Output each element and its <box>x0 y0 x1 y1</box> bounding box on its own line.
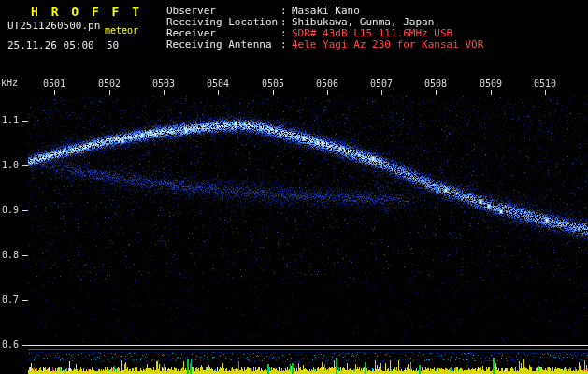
header-info-table: Observer:Masaki KanoReceiving Location:S… <box>166 6 483 50</box>
y-axis-tick-label: 0.8 <box>2 250 19 260</box>
x-axis-tick-label: 0507 <box>368 79 394 89</box>
x-axis-tick-label: 0503 <box>151 79 177 89</box>
info-colon: : <box>280 39 292 50</box>
y-axis-tick-label: 1.0 <box>2 160 19 170</box>
datetime-line: 25.11.26 05:00 50 <box>7 39 119 51</box>
spectrogram-canvas <box>0 0 588 374</box>
station-tag: meteor <box>105 25 138 36</box>
x-axis-tick-label: 0505 <box>260 79 286 89</box>
x-axis-tick-label: 0502 <box>96 79 122 89</box>
y-axis-unit-label: kHz <box>1 78 18 88</box>
x-axis-tick-label: 0510 <box>532 79 558 89</box>
x-axis-tick-label: 0504 <box>205 79 231 89</box>
hrofft-screenshot: H R O F F T UT2511260500.pn meteor 25.11… <box>0 0 588 374</box>
x-axis-tick-label: 0509 <box>478 79 504 89</box>
info-value: 4ele Yagi Az 230 for Kansai VOR <box>292 39 483 50</box>
y-axis-tick-label: 0.6 <box>2 339 19 350</box>
header-info-row: Receiving Antenna:4ele Yagi Az 230 for K… <box>166 39 483 50</box>
info-label: Receiving Antenna <box>166 39 280 50</box>
x-axis-tick-label: 0508 <box>423 79 449 89</box>
app-title: H R O F F T <box>31 5 142 19</box>
output-filename: UT2511260500.pn <box>7 20 100 32</box>
y-axis-tick-label: 0.7 <box>2 295 19 305</box>
y-axis-tick-label: 1.1 <box>2 115 19 125</box>
x-axis-tick-label: 0501 <box>41 79 67 89</box>
y-axis-tick-label: 0.9 <box>2 205 19 215</box>
x-axis-tick-label: 0506 <box>314 79 340 89</box>
